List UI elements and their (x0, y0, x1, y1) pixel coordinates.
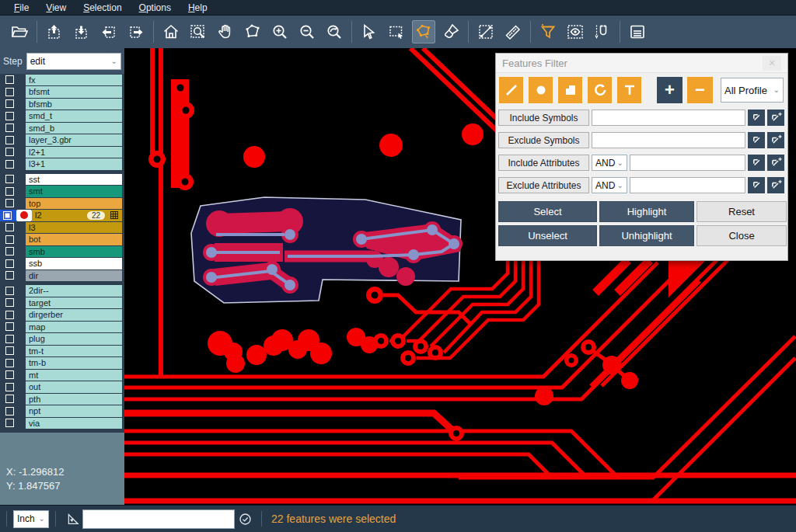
snap-icon[interactable] (591, 20, 614, 43)
checkbox-icon[interactable] (5, 271, 14, 280)
layer-row-plug[interactable]: plug (0, 333, 122, 346)
layer-row-fx[interactable]: fx (0, 74, 122, 86)
layer-row-smd_b[interactable]: smd_b (0, 122, 122, 134)
checkbox-icon[interactable] (5, 346, 14, 355)
layer-row-bfsmt[interactable]: bfsmt (0, 86, 122, 99)
dialog-title-bar[interactable]: Features Filter ✕ (496, 54, 787, 73)
layer-row-target[interactable]: target (0, 297, 122, 309)
profile-dropdown[interactable]: All Profile⌄ (721, 78, 784, 103)
filter-row-label[interactable]: Include Symbols (498, 110, 589, 126)
arrow-add-icon[interactable] (767, 132, 784, 148)
checkbox-icon[interactable] (5, 160, 14, 169)
filter-row-label[interactable]: Exclude Symbols (498, 132, 589, 148)
view-options-icon[interactable] (564, 20, 587, 43)
zoom-in-icon[interactable] (268, 20, 292, 43)
zoom-window-icon[interactable] (187, 20, 210, 43)
layer-row-npt[interactable]: npt (0, 405, 122, 418)
layer-row-l2[interactable]: l222 (0, 210, 122, 222)
layer-row-via[interactable]: via (0, 417, 122, 429)
checkbox-icon[interactable] (5, 395, 14, 403)
layer-checkbox-cell[interactable] (0, 297, 26, 309)
layer-row-tm-b[interactable]: tm-b (0, 357, 122, 370)
add-filter-button[interactable]: + (657, 77, 683, 103)
layer-checkbox-cell[interactable] (0, 110, 26, 122)
import-step-icon[interactable] (70, 20, 93, 43)
arrow-select-icon[interactable] (748, 177, 765, 193)
and-or-dropdown[interactable]: AND⌄ (592, 177, 627, 193)
line-feature-icon[interactable] (499, 77, 523, 103)
checkbox-icon[interactable] (5, 199, 14, 207)
checkbox-icon[interactable] (5, 247, 14, 256)
layer-checkbox-cell[interactable] (0, 381, 26, 393)
checkbox-icon[interactable] (5, 88, 14, 96)
menu-item-options[interactable]: Options (131, 2, 179, 14)
layer-checkbox-cell[interactable] (0, 147, 26, 158)
layer-row-dir[interactable]: dir (0, 269, 122, 282)
layer-row-dirgerber[interactable]: dirgerber (0, 309, 122, 322)
highlight-button[interactable]: Highlight (599, 201, 694, 222)
layer-checkbox-cell[interactable] (0, 198, 26, 210)
step-back-icon[interactable] (97, 20, 120, 43)
layer-checkbox-cell[interactable] (0, 222, 26, 234)
select-rectangle-icon[interactable] (385, 20, 408, 43)
zoom-polygon-icon[interactable] (241, 20, 264, 43)
checkbox-icon[interactable] (5, 335, 14, 343)
filter-row-label[interactable]: Exclude Attributes (498, 177, 589, 193)
checkbox-icon[interactable] (5, 99, 14, 108)
surface-feature-icon[interactable] (558, 77, 582, 103)
checkbox-icon[interactable] (5, 370, 14, 379)
arc-feature-icon[interactable] (588, 77, 612, 103)
layer-active-checkbox-cell[interactable] (0, 210, 16, 221)
layer-row-l2+1[interactable]: l2+1 (0, 146, 122, 158)
pad-feature-icon[interactable] (529, 77, 553, 103)
layer-row-bfsmb[interactable]: bfsmb (0, 98, 122, 110)
arrow-add-icon[interactable] (767, 110, 784, 126)
layer-checkbox-cell[interactable] (0, 357, 26, 369)
layers-panel-icon[interactable] (626, 20, 649, 43)
and-or-dropdown[interactable]: AND⌄ (592, 155, 627, 171)
layer-checkbox-cell[interactable] (0, 258, 26, 269)
layer-checkbox-cell[interactable] (0, 134, 26, 146)
checkbox-icon[interactable] (5, 407, 14, 416)
reset-button[interactable]: Reset (696, 201, 787, 222)
layer-row-pth[interactable]: pth (0, 393, 122, 405)
text-feature-icon[interactable] (617, 77, 641, 103)
layer-checkbox-cell[interactable] (0, 370, 26, 381)
layer-checkbox-cell[interactable] (0, 285, 26, 297)
checkbox-icon[interactable] (5, 287, 14, 295)
layer-checkbox-cell[interactable] (0, 246, 26, 258)
checkbox-icon[interactable] (5, 123, 14, 132)
layer-checkbox-cell[interactable] (0, 333, 26, 345)
layer-row-top[interactable]: top (0, 197, 122, 210)
highlight-brush-icon[interactable] (439, 20, 463, 43)
checkbox-icon[interactable] (5, 311, 14, 319)
checkbox-icon[interactable] (5, 298, 14, 307)
filter-value-input[interactable] (592, 110, 745, 126)
units-dropdown[interactable]: Inch ⌄ (13, 510, 49, 528)
features-filter-icon[interactable] (536, 20, 560, 43)
arrow-add-icon[interactable] (767, 177, 784, 193)
close-button[interactable]: Close (696, 225, 787, 246)
checkbox-icon[interactable] (5, 112, 14, 120)
grid-icon[interactable] (110, 211, 118, 219)
filter-value-input[interactable] (630, 155, 745, 171)
layer-row-bot[interactable]: bot (0, 234, 122, 246)
arrow-add-icon[interactable] (767, 155, 784, 171)
pan-hand-icon[interactable] (214, 20, 237, 43)
export-step-icon[interactable] (43, 20, 66, 43)
layer-row-out[interactable]: out (0, 381, 122, 394)
layer-row-2dir--[interactable]: 2dir-- (0, 285, 122, 297)
layer-row-layer_3.gbr[interactable]: layer_3.gbr (0, 134, 122, 147)
unhighlight-button[interactable]: Unhighlight (599, 225, 694, 246)
select-polygon-icon[interactable] (412, 20, 435, 43)
menu-item-view[interactable]: View (38, 2, 74, 14)
arrow-select-icon[interactable] (748, 132, 765, 148)
filter-value-input[interactable] (630, 177, 745, 193)
angle-measure-icon[interactable] (62, 512, 82, 527)
checkbox-icon[interactable] (5, 148, 14, 156)
layer-checkbox-cell[interactable] (0, 186, 26, 197)
layer-row-smb[interactable]: smb (0, 245, 122, 258)
layer-checkbox-cell[interactable] (0, 270, 26, 282)
menu-item-help[interactable]: Help (180, 2, 215, 14)
layer-row-sst[interactable]: sst (0, 173, 122, 186)
